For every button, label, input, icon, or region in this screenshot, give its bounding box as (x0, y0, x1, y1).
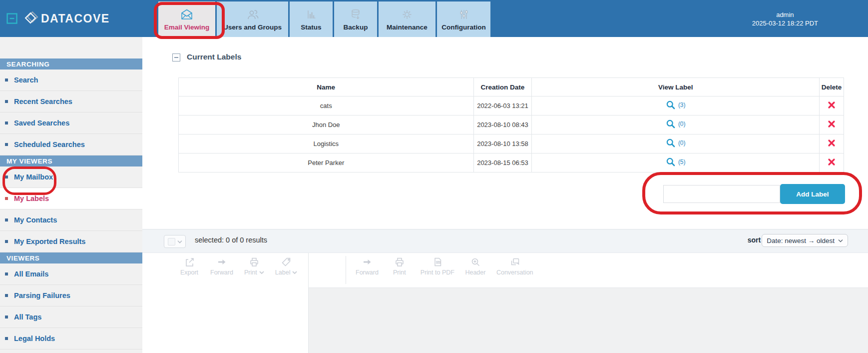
toolbar-label: Forward (356, 269, 379, 276)
sidebar-item-scheduled-searches[interactable]: Scheduled Searches (0, 134, 142, 156)
tab-status[interactable]: Status (290, 2, 333, 37)
sidebar-item-label: Legal Holds (14, 334, 55, 342)
tab-users-and-groups[interactable]: Users and Groups (217, 2, 288, 37)
tab-label: Backup (344, 24, 368, 31)
chevron-down-icon (292, 271, 297, 274)
toolbar-label: Conversation (496, 269, 533, 276)
toolbar-print-button[interactable]: Print (384, 256, 416, 276)
sidebar-item-label: My Mailbox (14, 173, 53, 181)
bullet-icon (5, 272, 8, 276)
tab-configuration[interactable]: Configuration (437, 2, 490, 37)
view-label-link[interactable]: (0) (666, 119, 686, 129)
delete-label-button[interactable] (828, 139, 836, 147)
toolbar-divider (346, 256, 346, 284)
toolbar-print-to-pdf-button[interactable]: PDF Print to PDF (416, 256, 459, 276)
sidebar-item-label: Scheduled Searches (14, 140, 85, 148)
logo-area: DATACOVE (0, 0, 158, 37)
collapse-section-icon[interactable] (172, 54, 180, 62)
label-name: cats (179, 96, 474, 116)
collapse-menu-icon[interactable] (6, 13, 17, 24)
bullet-icon (5, 218, 8, 222)
nav-tabs: Email Viewing Users and Groups Status (158, 2, 492, 37)
gear-icon (400, 8, 414, 21)
bullet-icon (5, 122, 8, 124)
tab-label: Configuration (441, 24, 485, 31)
label-creation-date: 2022-06-03 13:21 (473, 96, 532, 116)
datacove-diamond-icon (23, 11, 39, 26)
datacove-app: DATACOVE Email Viewing Users and Groups (0, 0, 868, 353)
sidebar-item-label: My Contacts (14, 216, 57, 224)
delete-x-icon (828, 101, 836, 109)
delete-label-button[interactable] (828, 158, 836, 166)
sort-dropdown[interactable]: Date: newest → oldest (762, 234, 848, 247)
magnifier-icon (666, 119, 676, 129)
bullet-icon (5, 337, 8, 340)
label-name: Peter Parker (179, 154, 474, 172)
tab-label: Status (301, 24, 321, 31)
table-row: Peter Parker 2023-08-15 06:53 (5) (179, 154, 844, 172)
sidebar-item-all-tags[interactable]: All Tags (0, 306, 142, 328)
view-label-link[interactable]: (3) (666, 100, 686, 110)
bullet-icon (5, 240, 8, 243)
sidebar-item-label: My Labels (14, 194, 49, 202)
sidebar-item-label: My Exported Results (14, 238, 85, 246)
add-label-button[interactable]: Add Label (780, 184, 845, 204)
view-label-link[interactable]: (5) (666, 157, 686, 167)
magnifier-plus-icon (470, 256, 481, 268)
toolbar-export-button[interactable]: Export (173, 256, 205, 276)
select-all-control[interactable] (164, 235, 186, 248)
delete-label-button[interactable] (828, 120, 836, 128)
sidebar-spacer (0, 37, 142, 58)
toolbar-print-button[interactable]: Print (238, 256, 270, 276)
sidebar-item-recent-searches[interactable]: Recent Searches (0, 91, 142, 112)
sidebar-item-label: All Emails (14, 270, 48, 278)
print-icon (394, 256, 405, 268)
view-label-link[interactable]: (0) (666, 138, 686, 148)
chevron-down-icon (838, 239, 843, 242)
sidebar-item-parsing-failures[interactable]: Parsing Failures (0, 285, 142, 306)
sidebar-item-all-emails[interactable]: All Emails (0, 264, 142, 285)
sidebar-item-my-labels[interactable]: My Labels (0, 188, 142, 210)
email-preview-pane (309, 288, 868, 353)
toolbar-forward-button[interactable]: Forward (205, 256, 238, 276)
select-all-checkbox[interactable] (168, 238, 175, 246)
database-icon (349, 8, 363, 21)
label-name: Logistics (179, 134, 474, 154)
toolbar-label-button[interactable]: Label (270, 256, 303, 276)
tab-email-viewing[interactable]: Email Viewing (158, 2, 215, 37)
tab-maintenance[interactable]: Maintenance (379, 2, 435, 37)
print-icon (249, 256, 260, 268)
forward-icon (362, 256, 373, 268)
chevron-down-icon (259, 271, 264, 274)
tab-backup[interactable]: Backup (334, 2, 377, 37)
sidebar-section-searching: SEARCHING (0, 58, 142, 70)
topbar: DATACOVE Email Viewing Users and Groups (0, 0, 868, 37)
username: admin (752, 10, 818, 19)
sidebar-item-my-contacts[interactable]: My Contacts (0, 210, 142, 231)
sidebar-item-label: Recent Searches (14, 98, 72, 106)
delete-label-button[interactable] (828, 101, 836, 109)
sidebar-item-saved-searches[interactable]: Saved Searches (0, 112, 142, 134)
envelope-open-icon (180, 8, 194, 21)
sidebar-item-legal-holds[interactable]: Legal Holds (0, 328, 142, 350)
bullet-icon (5, 197, 8, 200)
magnifier-icon (666, 100, 676, 110)
add-label-input[interactable] (663, 185, 780, 203)
table-row: Logistics 2023-08-10 13:58 (0) (179, 134, 844, 154)
view-label-count: (0) (678, 120, 686, 128)
col-header-delete: Delete (819, 78, 844, 96)
label-tag-icon (281, 256, 292, 268)
forward-icon (216, 256, 227, 268)
users-icon (246, 8, 260, 21)
sidebar-item-my-exported-results[interactable]: My Exported Results (0, 231, 142, 252)
label-creation-date: 2023-08-15 06:53 (473, 154, 532, 172)
sidebar-item-search[interactable]: Search (0, 70, 142, 91)
section-title: Current Labels (187, 52, 241, 62)
toolbar-conversation-button[interactable]: Conversation (491, 256, 538, 276)
bullet-icon (5, 100, 8, 103)
sidebar-item-my-mailbox[interactable]: My Mailbox (0, 166, 142, 188)
toolbar-header-button[interactable]: Header (459, 256, 491, 276)
view-label-count: (5) (678, 158, 686, 166)
bullet-icon (5, 294, 8, 297)
toolbar-forward-button[interactable]: Forward (351, 256, 384, 276)
